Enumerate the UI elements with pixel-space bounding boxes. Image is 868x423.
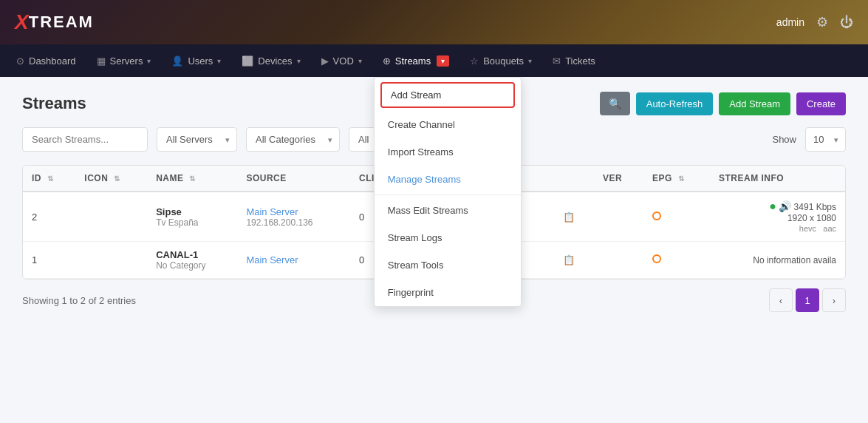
cell-stream-info: ● 🔊 3491 Kbps 1920 x 1080 hevc aac [710,192,845,242]
showing-text: Showing 1 to 2 of 2 entries [22,295,136,306]
page-end-link[interactable]: 2 [81,295,86,306]
epg-dot [652,254,661,263]
nav-label-vod: VOD [333,55,354,67]
auto-refresh-button[interactable]: Auto-Refresh [636,92,714,115]
dropdown-manage-streams[interactable]: Manage Streams [375,166,521,193]
settings-icon[interactable]: ⚙ [816,14,828,30]
cell-stream-info: No information availa [710,242,845,279]
header-actions: 🔍 Auto-Refresh Add Stream Create [600,92,846,115]
nav-label-dashboard: Dashboard [29,55,76,67]
bouquets-icon: ☆ [470,55,479,67]
nav-item-vod[interactable]: ▶ VOD ▾ [312,44,371,77]
stream-codec: hevc aac [799,224,836,233]
cell-name: CANAL-1 No Category [147,242,237,279]
source-ip: 192.168.200.136 [246,217,341,228]
dropdown-add-stream[interactable]: Add Stream [380,82,515,108]
pagination-buttons: ‹ 1 › [769,288,846,312]
col-stream-info: STREAM INFO [710,166,845,192]
servers-icon: ▦ [97,55,106,67]
streams-icon: ⊕ [383,55,391,67]
cell-name: Sipse Tv España [147,192,237,242]
col-ver: VER [594,166,643,192]
logo-x: X [15,10,29,34]
nav-item-dashboard[interactable]: ⊙ Dashboard [7,44,85,77]
chevron-down-icon: ▾ [297,57,301,65]
show-select[interactable]: 10 25 50 [805,127,846,152]
dropdown-import-streams[interactable]: Import Streams [375,138,521,166]
nav-label-users: Users [188,55,213,67]
epg-dot [652,212,661,220]
source-link[interactable]: Main Server [246,206,298,217]
all-categories-select[interactable]: All Categories [246,127,340,152]
source-link[interactable]: Main Server [246,254,298,265]
main-nav: ⊙ Dashboard ▦ Servers ▾ 👤 Users ▾ ⬜ Devi… [0,44,868,77]
cell-epg [643,192,710,242]
nav-label-bouquets: Bouquets [483,55,524,67]
nav-item-tickets[interactable]: ✉ Tickets [544,44,604,77]
streams-dropdown-toggle[interactable]: ▾ [437,55,449,67]
col-epg: EPG ⇅ [643,166,710,192]
nav-label-streams: Streams [395,55,431,67]
sort-icon: ⇅ [114,175,120,183]
logo-tream: TREAM [29,13,94,32]
admin-label: admin [776,16,804,28]
all-categories-wrap: All Categories [246,127,340,152]
dropdown-stream-tools[interactable]: Stream Tools [375,251,521,279]
chevron-down-icon: ▾ [217,57,221,65]
page-1-button[interactable]: 1 [796,288,819,312]
dropdown-stream-logs[interactable]: Stream Logs [375,224,521,251]
cell-ver [594,192,643,242]
cell-icon [75,192,147,242]
cell-source: Main Server 192.168.200.136 [237,192,350,242]
search-button[interactable]: 🔍 [600,92,630,115]
nav-item-users[interactable]: 👤 Users ▾ [163,44,230,77]
stream-name: Sipse [156,206,228,217]
chevron-down-icon: ▾ [147,57,151,65]
sort-icon: ⇅ [678,175,685,183]
col-source: SOURCE [237,166,350,192]
nav-item-devices[interactable]: ⬜ Devices ▾ [233,44,309,77]
nav-item-streams[interactable]: ⊕ Streams ▾ [374,44,458,77]
all-servers-wrap: All Servers [157,127,237,152]
next-page-button[interactable]: › [822,288,846,312]
page-title: Streams [22,94,86,113]
chevron-down-icon: ▾ [358,57,362,65]
stream-sub: No Category [156,260,228,271]
prev-page-button[interactable]: ‹ [769,288,793,312]
nav-label-servers: Servers [110,55,143,67]
add-stream-button[interactable]: Add Stream [719,92,790,115]
chevron-down-icon: ▾ [528,57,532,65]
show-label: Show [772,134,796,145]
create-button[interactable]: Create [796,92,846,115]
page-start-link[interactable]: 1 [61,295,66,306]
nav-item-bouquets[interactable]: ☆ Bouquets ▾ [461,44,541,77]
nav-label-devices: Devices [258,55,292,67]
dropdown-fingerprint[interactable]: Fingerprint [375,279,521,306]
show-select-wrap: 10 25 50 [805,127,846,152]
dropdown-mass-edit-streams[interactable]: Mass Edit Streams [375,197,521,224]
cell-epg [643,242,710,279]
stream-info-text: No information availa [719,255,836,265]
nav-item-servers[interactable]: ▦ Servers ▾ [88,44,160,77]
stream-info-kbps: ● 🔊 3491 Kbps 1920 x 1080 hevc aac [719,200,836,234]
dropdown-divider [375,194,521,195]
dropdown-create-channel[interactable]: Create Channel [375,111,521,138]
col-name[interactable]: NAME ⇅ [147,166,237,192]
cell-ver [594,242,643,279]
sort-icon: ⇅ [47,175,54,183]
all-servers-select[interactable]: All Servers [157,127,237,152]
nav-item-streams-wrapper: ⊕ Streams ▾ Add Stream Create Channel Im… [374,44,458,77]
cell-icon [75,242,147,279]
col-id[interactable]: ID ⇅ [23,166,75,192]
audio-icon: 🔊 [779,200,791,212]
devices-icon: ⬜ [242,55,253,67]
cell-copy: 📋 [554,192,594,242]
search-input[interactable] [22,127,148,152]
col-actions [554,166,594,192]
power-icon[interactable]: ⏻ [840,15,853,30]
stream-sub: Tv España [156,217,228,228]
streams-dropdown-menu: Add Stream Create Channel Import Streams… [374,77,522,307]
logo: X TREAM [15,10,94,34]
nav-label-tickets: Tickets [565,55,595,67]
cell-copy: 📋 [554,242,594,279]
